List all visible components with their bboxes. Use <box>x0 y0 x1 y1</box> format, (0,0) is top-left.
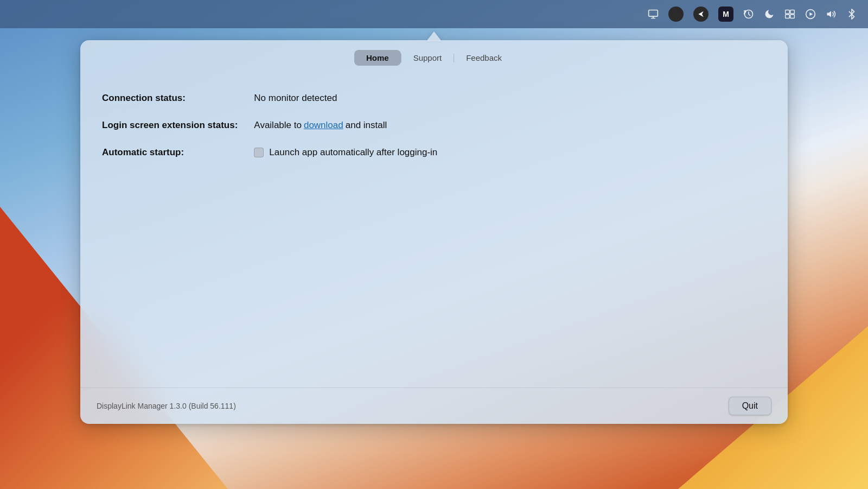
night-shift-icon[interactable] <box>764 9 775 20</box>
svg-marker-10 <box>809 12 813 16</box>
svg-rect-8 <box>790 15 795 18</box>
auto-startup-checkbox-label: Launch app automatically after logging-i… <box>269 147 437 158</box>
volume-icon[interactable] <box>826 9 837 20</box>
version-text: DisplayLink Manager 1.3.0 (Build 56.111) <box>97 402 236 410</box>
play-icon[interactable] <box>805 9 816 20</box>
tab-bar: Home Support Feedback <box>80 40 788 71</box>
navigation-icon[interactable] <box>693 7 709 22</box>
footer: DisplayLink Manager 1.3.0 (Build 56.111)… <box>80 388 788 424</box>
svg-marker-11 <box>827 11 832 17</box>
login-screen-prefix: Available to <box>254 120 302 131</box>
automatic-startup-label: Automatic startup: <box>102 142 254 163</box>
connection-status-value: No monitor detected <box>254 87 766 109</box>
malware-icon[interactable]: M <box>718 7 733 22</box>
display-icon[interactable] <box>648 9 659 20</box>
content-area: Connection status: No monitor detected L… <box>80 71 788 388</box>
automatic-startup-value: Launch app automatically after logging-i… <box>254 142 766 163</box>
tab-feedback[interactable]: Feedback <box>454 50 514 66</box>
svg-rect-0 <box>649 10 658 17</box>
menubar: M <box>0 0 868 28</box>
login-screen-label: Login screen extension status: <box>102 115 254 136</box>
login-screen-value: Available to download and install <box>254 115 766 136</box>
popup-window: Home Support Feedback Connection status:… <box>80 40 788 424</box>
tab-support[interactable]: Support <box>401 50 454 66</box>
tab-home[interactable]: Home <box>354 50 401 66</box>
auto-startup-checkbox[interactable] <box>254 148 264 157</box>
svg-marker-3 <box>698 11 703 17</box>
login-screen-suffix: and install <box>346 120 387 131</box>
svg-rect-5 <box>786 10 790 14</box>
info-grid: Connection status: No monitor detected L… <box>102 87 766 163</box>
connection-status-label: Connection status: <box>102 87 254 109</box>
connection-status-text: No monitor detected <box>254 93 337 104</box>
bluetooth-icon[interactable] <box>846 9 857 20</box>
time-machine-icon[interactable] <box>743 9 754 20</box>
popup-arrow <box>426 31 442 41</box>
svg-rect-6 <box>790 10 795 14</box>
screens-icon[interactable] <box>784 9 795 20</box>
quit-button[interactable]: Quit <box>729 397 771 415</box>
download-link[interactable]: download <box>304 120 343 131</box>
svg-rect-7 <box>786 15 790 18</box>
user-avatar-icon[interactable] <box>668 7 684 22</box>
checkbox-row: Launch app automatically after logging-i… <box>254 147 437 158</box>
